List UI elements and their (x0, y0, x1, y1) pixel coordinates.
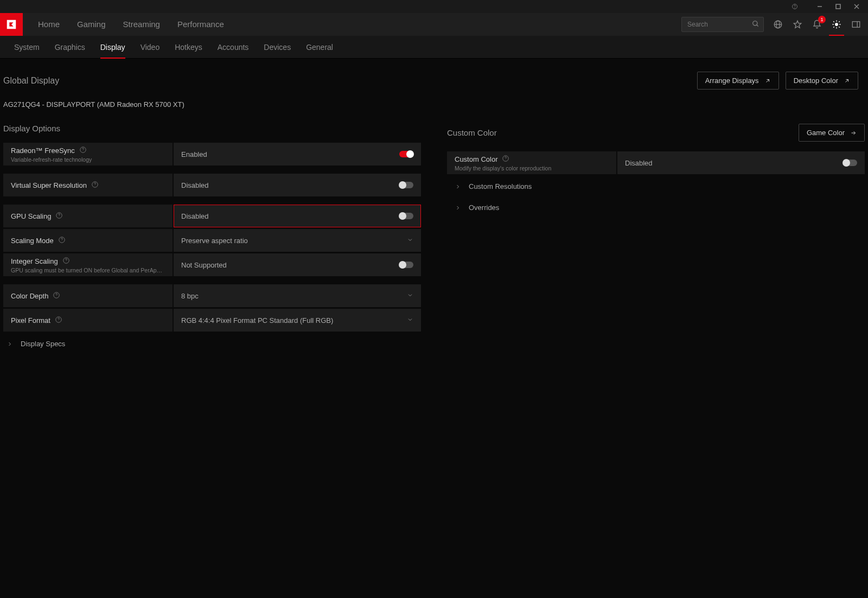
custom-color-toggle[interactable] (843, 160, 857, 166)
nav-home[interactable]: Home (29, 13, 68, 36)
external-link-icon (844, 78, 850, 84)
main-nav: Home Gaming Streaming Performance 1 (0, 13, 868, 36)
tab-system[interactable]: System (7, 36, 47, 59)
pixel-format-dropdown[interactable]: RGB 4:4:4 Pixel Format PC Standard (Full… (174, 309, 421, 332)
tab-display[interactable]: Display (93, 36, 133, 59)
color-depth-row: Color Depth 8 bpc (3, 284, 421, 307)
pixel-format-value: RGB 4:4:4 Pixel Format PC Standard (Full… (181, 316, 333, 325)
help-icon[interactable] (53, 291, 60, 301)
close-button[interactable] (848, 1, 865, 12)
custom-color-title: Custom Color (447, 128, 497, 137)
help-icon[interactable] (62, 257, 70, 266)
bell-icon[interactable]: 1 (812, 19, 822, 30)
svg-point-1 (795, 8, 795, 8)
external-link-icon (764, 78, 771, 84)
tab-graphics[interactable]: Graphics (47, 36, 93, 59)
tab-video[interactable]: Video (133, 36, 168, 59)
tab-accounts[interactable]: Accounts (210, 36, 257, 59)
help-icon[interactable] (79, 146, 87, 155)
svg-rect-12 (852, 22, 860, 28)
svg-line-7 (757, 25, 758, 27)
chevron-right-icon (455, 205, 461, 211)
display-specs-label: Display Specs (21, 340, 65, 348)
notification-badge: 1 (818, 16, 826, 23)
freesync-row: Radeon™ FreeSync Variable-refresh-rate t… (3, 143, 421, 166)
sub-nav: System Graphics Display Video Hotkeys Ac… (0, 36, 868, 59)
game-color-button[interactable]: Game Color (799, 124, 865, 142)
minimize-button[interactable] (812, 1, 828, 12)
freesync-desc: Variable-refresh-rate technology (11, 156, 163, 163)
amd-logo[interactable] (0, 13, 23, 36)
arrange-displays-button[interactable]: Arrange Displays (697, 72, 779, 90)
display-identifier: AG271QG4 - DISPLAYPORT (AMD Radeon RX 57… (0, 100, 868, 124)
integer-scaling-value: Not Supported (181, 261, 227, 269)
scaling-mode-value: Preserve aspect ratio (181, 237, 248, 245)
scaling-mode-label: Scaling Mode (11, 237, 54, 245)
overrides-expand[interactable]: Overrides (447, 197, 865, 218)
desktop-color-button[interactable]: Desktop Color (786, 72, 858, 90)
chevron-down-icon (407, 237, 413, 245)
globe-icon[interactable] (773, 19, 783, 30)
help-icon[interactable] (502, 155, 509, 164)
search-box (681, 17, 764, 32)
pixel-format-row: Pixel Format RGB 4:4:4 Pixel Format PC S… (3, 309, 421, 332)
svg-point-11 (835, 23, 838, 26)
custom-color-label: Custom Color (455, 155, 497, 163)
display-options-title: Display Options (3, 124, 60, 133)
vsr-toggle[interactable] (399, 182, 413, 188)
search-icon[interactable] (752, 20, 760, 30)
color-depth-label: Color Depth (11, 292, 48, 300)
vsr-row: Virtual Super Resolution Disabled (3, 174, 421, 196)
nav-performance[interactable]: Performance (169, 13, 233, 36)
chevron-down-icon (407, 316, 413, 325)
vsr-label: Virtual Super Resolution (11, 181, 87, 189)
help-icon[interactable] (58, 236, 66, 245)
freesync-label: Radeon™ FreeSync (11, 147, 75, 155)
desktop-color-label: Desktop Color (794, 77, 838, 85)
nav-streaming[interactable]: Streaming (114, 13, 169, 36)
chevron-right-icon (7, 341, 13, 347)
chevron-down-icon (407, 292, 413, 300)
sidebar-toggle-icon[interactable] (851, 19, 861, 30)
chevron-right-icon (455, 183, 461, 190)
game-color-label: Game Color (807, 129, 845, 137)
help-icon[interactable] (55, 212, 63, 221)
help-icon[interactable] (91, 181, 99, 190)
gpu-scaling-value: Disabled (181, 212, 209, 220)
maximize-button[interactable] (830, 1, 846, 12)
color-depth-value: 8 bpc (181, 292, 199, 300)
gpu-scaling-row: GPU Scaling Disabled (3, 205, 421, 227)
custom-color-row: Custom Color Modify the display's color … (447, 151, 865, 174)
integer-scaling-toggle[interactable] (399, 262, 413, 268)
pixel-format-label: Pixel Format (11, 316, 50, 325)
custom-color-value: Disabled (625, 159, 653, 167)
integer-scaling-label: Integer Scaling (11, 257, 58, 265)
help-icon[interactable] (787, 1, 803, 12)
svg-point-6 (753, 21, 757, 26)
freesync-value: Enabled (181, 150, 207, 158)
freesync-toggle[interactable] (399, 151, 413, 157)
scaling-mode-row: Scaling Mode Preserve aspect ratio (3, 229, 421, 252)
display-specs-expand[interactable]: Display Specs (3, 333, 421, 354)
gpu-scaling-label: GPU Scaling (11, 212, 51, 220)
page-title: Global Display (3, 76, 59, 86)
integer-scaling-row: Integer Scaling GPU scaling must be turn… (3, 253, 421, 276)
custom-resolutions-expand[interactable]: Custom Resolutions (447, 176, 865, 197)
tab-hotkeys[interactable]: Hotkeys (167, 36, 210, 59)
tab-devices[interactable]: Devices (256, 36, 298, 59)
vsr-value: Disabled (181, 181, 209, 189)
color-depth-dropdown[interactable]: 8 bpc (174, 284, 421, 307)
gear-icon[interactable] (831, 19, 842, 30)
scaling-mode-dropdown[interactable]: Preserve aspect ratio (174, 229, 421, 252)
nav-gaming[interactable]: Gaming (68, 13, 114, 36)
overrides-label: Overrides (469, 203, 499, 212)
help-icon[interactable] (55, 316, 62, 325)
custom-resolutions-label: Custom Resolutions (469, 182, 532, 190)
arrange-displays-label: Arrange Displays (705, 77, 759, 85)
svg-rect-3 (836, 4, 840, 9)
gpu-scaling-toggle[interactable] (399, 213, 413, 219)
custom-color-desc: Modify the display's color reproduction (455, 165, 607, 171)
integer-scaling-desc: GPU scaling must be turned ON before Glo… (11, 267, 163, 273)
tab-general[interactable]: General (298, 36, 341, 59)
star-icon[interactable] (792, 19, 803, 30)
